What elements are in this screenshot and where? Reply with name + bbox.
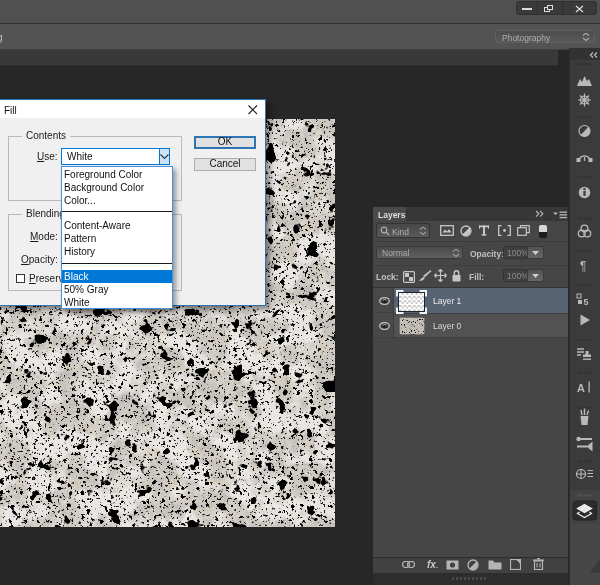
- svg-text:¶: ¶: [580, 259, 586, 273]
- svg-text:A: A: [577, 382, 585, 394]
- svg-text:5: 5: [584, 297, 589, 307]
